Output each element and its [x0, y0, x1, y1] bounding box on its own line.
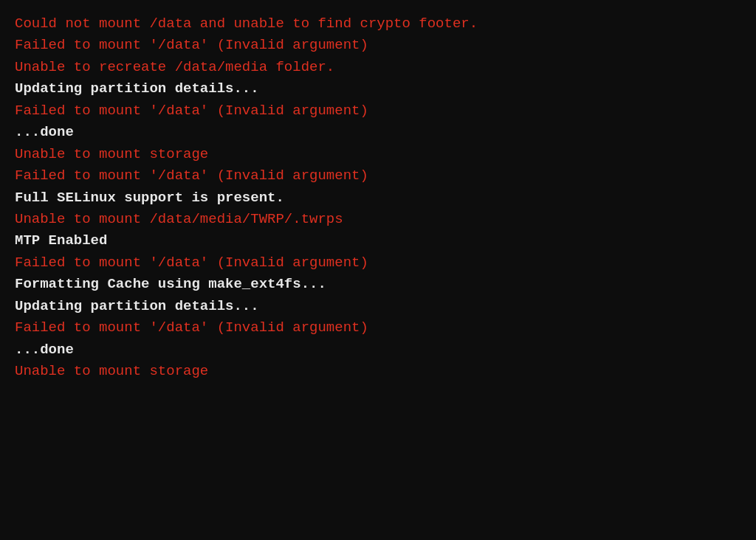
- terminal-output: Could not mount /data and unable to find…: [0, 0, 756, 540]
- terminal-line-line12: Failed to mount '/data' (Invalid argumen…: [15, 252, 741, 274]
- terminal-line-line6: ...done: [15, 122, 741, 143]
- terminal-line-line10: Unable to mount /data/media/TWRP/.twrps: [15, 209, 741, 230]
- terminal-line-line9: Full SELinux support is present.: [15, 187, 741, 209]
- terminal-line-line13: Formatting Cache using make_ext4fs...: [15, 274, 741, 295]
- terminal-line-line15: Failed to mount '/data' (Invalid argumen…: [15, 317, 741, 339]
- terminal-line-line1: Could not mount /data and unable to find…: [15, 13, 741, 35]
- terminal-line-line3: Unable to recreate /data/media folder.: [15, 57, 741, 78]
- terminal-line-line17: Unable to mount storage: [15, 361, 741, 382]
- terminal-line-line2: Failed to mount '/data' (Invalid argumen…: [15, 35, 741, 56]
- terminal-line-line14: Updating partition details...: [15, 296, 741, 317]
- terminal-line-line7: Unable to mount storage: [15, 144, 741, 165]
- terminal-line-line16: ...done: [15, 339, 741, 361]
- terminal-line-line4: Updating partition details...: [15, 78, 741, 100]
- terminal-line-line11: MTP Enabled: [15, 230, 741, 252]
- terminal-line-line8: Failed to mount '/data' (Invalid argumen…: [15, 165, 741, 187]
- terminal-line-line5: Failed to mount '/data' (Invalid argumen…: [15, 100, 741, 122]
